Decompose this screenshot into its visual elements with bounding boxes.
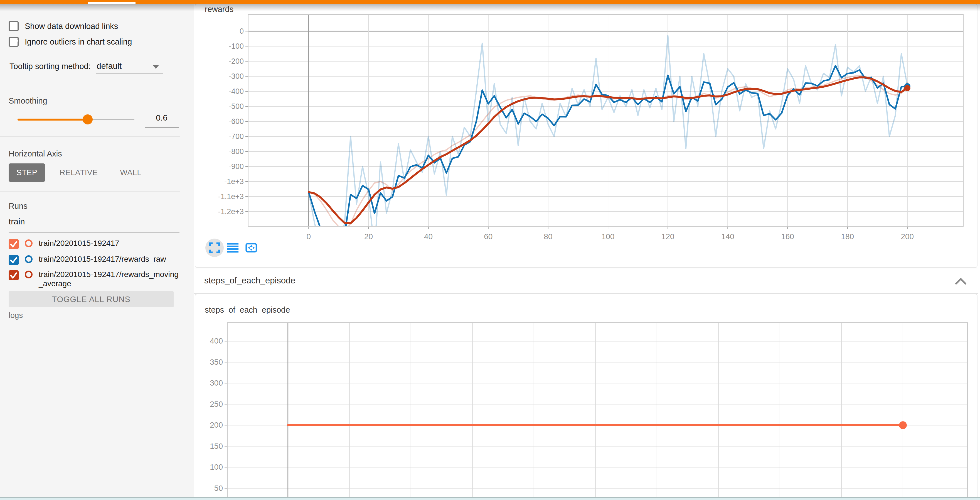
steps-chart-card: steps_of_each_episode 400350300250200150… — [195, 294, 977, 500]
axis-option-wall[interactable]: WALL — [112, 163, 149, 182]
svg-text:200: 200 — [901, 232, 914, 241]
svg-text:350: 350 — [210, 358, 223, 366]
check-icon — [9, 255, 19, 265]
charts-panel: rewards 0-100-200-300-400-500-600-700-80… — [194, 4, 980, 500]
runs-label: Runs — [9, 202, 27, 211]
svg-text:-600: -600 — [229, 117, 244, 126]
section-title: steps_of_each_episode — [204, 275, 295, 286]
chart-toolbar — [205, 239, 261, 257]
svg-text:-200: -200 — [229, 57, 244, 65]
check-icon — [9, 239, 19, 249]
svg-text:120: 120 — [662, 232, 675, 241]
smoothing-value-input[interactable]: 0.6 — [145, 113, 179, 127]
run-row[interactable]: train/20201015-192417 — [9, 239, 182, 249]
run-row[interactable]: train/20201015-192417/rewards_raw — [9, 255, 182, 265]
axis-option-relative[interactable]: RELATIVE — [52, 163, 105, 182]
tensorboard-scalars-page: Show data download links Ignore outliers… — [0, 0, 980, 500]
toggle-all-runs-button[interactable]: TOGGLE ALL RUNS — [9, 291, 173, 307]
horizontal-axis-label: Horizontal Axis — [9, 149, 62, 158]
svg-text:-100: -100 — [229, 42, 244, 50]
app-header-bar — [0, 0, 980, 4]
section-header-steps-of-each-episode[interactable]: steps_of_each_episode — [194, 268, 978, 294]
svg-text:150: 150 — [210, 442, 223, 451]
rewards-chart-card: rewards 0-100-200-300-400-500-600-700-80… — [195, 4, 977, 268]
run-name: train/20201015-192417/rewards_moving_ave… — [39, 270, 182, 288]
bottom-edge-strip — [0, 497, 980, 500]
check-icon — [9, 270, 19, 280]
active-tab-indicator — [88, 2, 135, 4]
smoothing-label: Smoothing — [9, 96, 47, 105]
svg-text:-400: -400 — [229, 87, 244, 96]
checkbox-label: Show data download links — [25, 22, 118, 31]
svg-text:50: 50 — [214, 484, 223, 492]
tooltip-sorting-label: Tooltip sorting method: — [10, 62, 91, 71]
run-name: train/20201015-192417/rewards_raw — [39, 255, 182, 264]
svg-text:-500: -500 — [229, 102, 244, 110]
run-checkbox[interactable] — [9, 255, 19, 265]
smoothing-slider[interactable] — [18, 118, 134, 121]
ignore-outliers-checkbox[interactable] — [9, 37, 19, 47]
svg-text:250: 250 — [210, 400, 223, 408]
horizontal-axis-toggle: STEP RELATIVE WALL — [9, 163, 150, 182]
run-radio[interactable] — [25, 255, 33, 263]
svg-text:300: 300 — [210, 379, 223, 387]
settings-sidebar: Show data download links Ignore outliers… — [0, 4, 194, 500]
svg-text:200: 200 — [210, 420, 223, 429]
run-name: train/20201015-192417 — [39, 239, 182, 248]
svg-text:0: 0 — [307, 232, 311, 241]
svg-text:40: 40 — [424, 232, 433, 241]
chevron-up-icon — [955, 277, 967, 285]
svg-text:0: 0 — [240, 27, 244, 35]
divider — [0, 191, 180, 191]
svg-text:-1e+3: -1e+3 — [224, 177, 244, 186]
runs-list-icon[interactable] — [224, 239, 242, 257]
show-data-download-links-row[interactable]: Show data download links — [9, 21, 118, 31]
run-radio[interactable] — [25, 271, 33, 279]
fit-data-icon[interactable] — [242, 239, 261, 257]
checkbox-label: Ignore outliers in chart scaling — [25, 37, 132, 46]
tooltip-sorting-value: default — [97, 61, 122, 71]
tooltip-sorting-row: Tooltip sorting method: default — [10, 60, 182, 73]
run-checkbox[interactable] — [9, 239, 19, 249]
run-checkbox[interactable] — [9, 270, 19, 280]
check-icon — [10, 38, 20, 48]
ignore-outliers-row[interactable]: Ignore outliers in chart scaling — [9, 37, 132, 47]
svg-text:-700: -700 — [229, 132, 244, 140]
divider — [0, 136, 180, 137]
logdir-label: logs — [9, 311, 23, 320]
slider-fill — [18, 119, 88, 121]
run-radio[interactable] — [25, 239, 33, 247]
svg-text:160: 160 — [781, 232, 794, 241]
svg-text:400: 400 — [210, 337, 223, 345]
svg-text:100: 100 — [601, 232, 615, 241]
slider-handle[interactable] — [83, 115, 93, 124]
svg-text:-300: -300 — [229, 72, 244, 80]
show-data-download-links-checkbox[interactable] — [9, 21, 19, 31]
run-row[interactable]: train/20201015-192417/rewards_moving_ave… — [9, 270, 182, 288]
tooltip-sorting-select[interactable]: default — [96, 60, 163, 73]
svg-text:100: 100 — [210, 463, 223, 471]
svg-text:140: 140 — [721, 232, 734, 241]
expand-icon[interactable] — [205, 239, 224, 257]
svg-text:20: 20 — [364, 232, 373, 241]
axis-option-step[interactable]: STEP — [9, 163, 45, 182]
svg-text:60: 60 — [484, 232, 493, 241]
svg-text:80: 80 — [544, 232, 552, 241]
svg-text:-1.2e+3: -1.2e+3 — [218, 207, 244, 216]
collapse-section-button[interactable] — [953, 274, 969, 288]
svg-text:180: 180 — [841, 232, 854, 241]
svg-text:-1.1e+3: -1.1e+3 — [218, 193, 244, 201]
steps-line-chart[interactable]: 40035030025020015010050 — [195, 294, 977, 500]
rewards-line-chart[interactable]: 0-100-200-300-400-500-600-700-800-900-1e… — [195, 4, 977, 267]
runs-filter-input[interactable]: train — [9, 217, 180, 232]
chevron-down-icon — [153, 65, 159, 69]
svg-text:-800: -800 — [229, 147, 244, 156]
svg-text:-900: -900 — [229, 162, 244, 170]
